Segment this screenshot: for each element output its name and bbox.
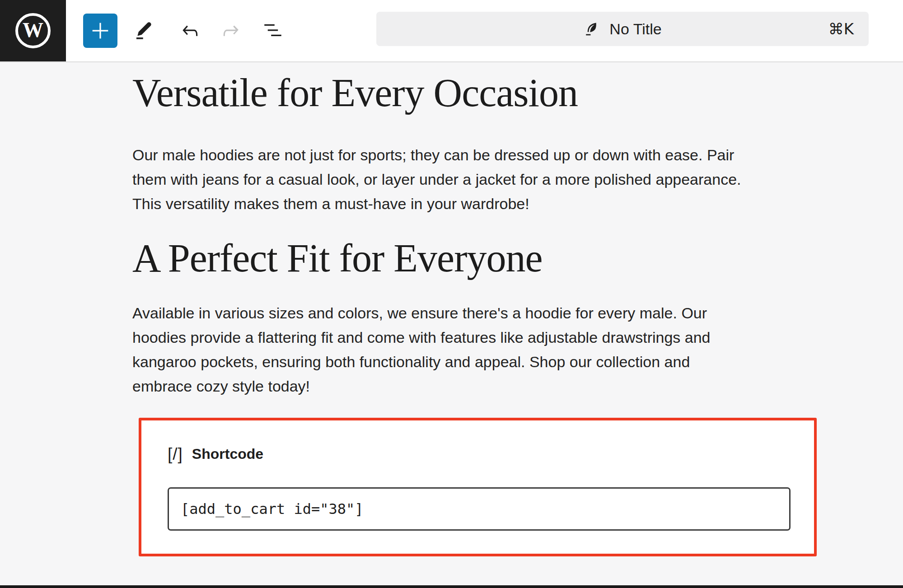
heading-block-2[interactable]: A Perfect Fit for Everyone (132, 234, 823, 283)
wordpress-logo-letter: W (23, 20, 43, 41)
editor-top-bar: W No Title (0, 0, 903, 62)
heading-block-1[interactable]: Versatile for Every Occasion (132, 69, 823, 117)
shortcode-input[interactable] (168, 487, 791, 531)
document-title: No Title (609, 20, 661, 38)
editor-canvas: Versatile for Every Occasion Our male ho… (0, 62, 903, 556)
paragraph-block-2[interactable]: Available in various sizes and colors, w… (132, 301, 828, 398)
redo-button[interactable] (219, 19, 243, 42)
shortcode-block-title: Shortcode (192, 446, 263, 462)
command-palette-button[interactable]: No Title ⌘K (376, 12, 869, 46)
command-shortcut: ⌘K (828, 20, 854, 38)
pencil-edit-icon (132, 19, 155, 42)
undo-icon (179, 19, 201, 42)
paragraph-block-1[interactable]: Our male hoodies are not just for sports… (132, 143, 828, 216)
screen-bottom-edge (0, 585, 903, 588)
redo-icon (220, 19, 242, 42)
block-inserter-button[interactable] (83, 14, 117, 48)
document-title-group: No Title (583, 20, 661, 38)
feather-icon (583, 21, 599, 37)
shortcode-icon: [/] (168, 446, 183, 462)
plus-icon (89, 19, 112, 42)
list-view-icon (262, 19, 284, 42)
list-view-button[interactable] (261, 19, 285, 42)
shortcode-block-selected[interactable]: [/] Shortcode (139, 418, 817, 556)
wordpress-menu-button[interactable]: W (0, 0, 66, 61)
tools-edit-button[interactable] (132, 19, 155, 42)
wordpress-logo-icon: W (15, 13, 51, 48)
undo-button[interactable] (178, 19, 202, 42)
shortcode-block-label: [/] Shortcode (168, 444, 788, 464)
